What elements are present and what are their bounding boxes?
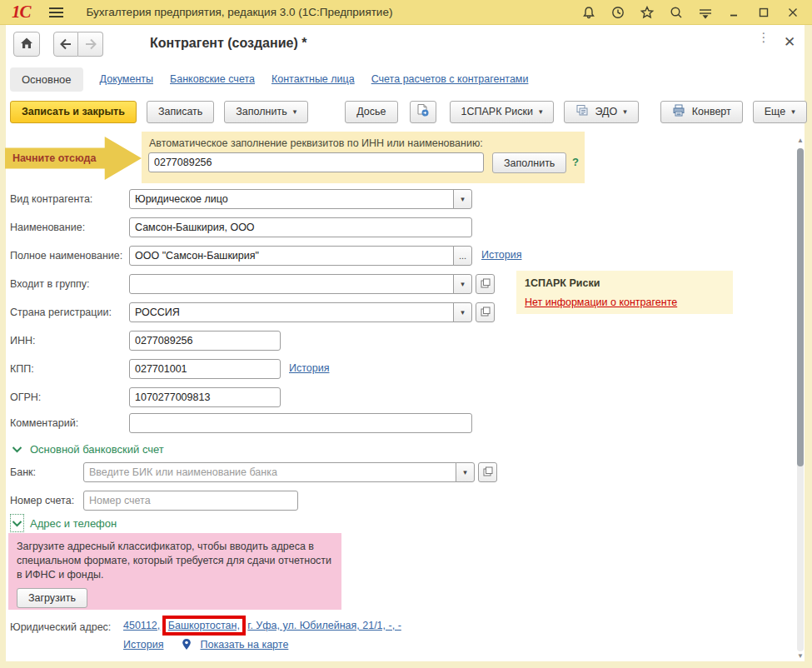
search-icon[interactable] xyxy=(667,3,685,22)
tab-kontaktnye-litsa[interactable]: Контактные лица xyxy=(271,73,355,85)
document-arrow-icon xyxy=(416,103,430,120)
country-combobox[interactable] xyxy=(129,302,454,322)
group-label: Входит в группу: xyxy=(10,278,89,290)
spark-panel-title: 1СПАРК Риски xyxy=(525,277,725,289)
scrollbar-down-arrow-icon[interactable]: ▼ xyxy=(797,653,804,660)
bank-open-button[interactable] xyxy=(478,462,497,482)
country-label: Страна регистрации: xyxy=(10,307,112,318)
full-name-input[interactable] xyxy=(129,246,454,266)
chevron-down-icon: ▾ xyxy=(623,107,627,116)
group-dropdown-arrow-icon[interactable]: ▾ xyxy=(453,274,472,294)
chevron-down-icon: ▾ xyxy=(539,107,543,116)
group-combobox[interactable] xyxy=(129,274,454,294)
kpp-label: КПП: xyxy=(10,363,34,375)
open-list-icon xyxy=(481,307,491,318)
inn-input[interactable] xyxy=(129,331,281,351)
bank-section-header[interactable]: Основной банковский счет xyxy=(12,441,164,456)
save-button[interactable]: Записать xyxy=(147,101,214,123)
bank-label: Банк: xyxy=(10,466,36,478)
chevron-down-icon xyxy=(12,441,22,456)
autofill-fill-button[interactable]: Заполнить xyxy=(492,152,566,173)
kpp-history-link[interactable]: История xyxy=(289,362,329,374)
edo-dropdown-button[interactable]: ЭДО▾ xyxy=(564,101,638,123)
window-border-left xyxy=(0,25,6,668)
legal-address-link[interactable]: 450112, Башкортостан, г. Уфа, ул. Юбилей… xyxy=(123,620,401,631)
show-on-map-link[interactable]: Показать на карте xyxy=(200,639,288,651)
chevron-down-icon: ▾ xyxy=(791,107,795,116)
create-based-on-button[interactable] xyxy=(410,101,436,123)
spark-no-info-link[interactable]: Нет информации о контрагенте xyxy=(525,297,677,308)
save-and-close-button[interactable]: Записать и закрыть xyxy=(10,101,137,123)
comment-input[interactable] xyxy=(129,413,472,433)
spark-risks-panel: 1СПАРК Риски Нет информации о контрагент… xyxy=(516,271,733,314)
edo-documents-icon xyxy=(575,104,589,119)
name-input[interactable] xyxy=(129,217,472,237)
address-highlight-annotation: Башкортостан, xyxy=(162,616,246,636)
kind-dropdown-arrow-icon[interactable]: ▾ xyxy=(453,189,472,209)
full-name-ellipsis-button[interactable]: ... xyxy=(453,246,472,266)
address-section-title: Адрес и телефон xyxy=(30,517,117,530)
scrollbar-thumb[interactable] xyxy=(797,148,804,466)
bank-dropdown-arrow-icon[interactable]: ▾ xyxy=(456,462,475,482)
open-list-icon xyxy=(481,278,491,290)
app-titlebar: 1С Бухгалтерия предприятия, редакция 3.0… xyxy=(0,0,812,25)
close-window-button[interactable] xyxy=(784,3,802,22)
scrollbar-up-arrow-icon[interactable]: ▲ xyxy=(797,137,804,144)
comment-label: Комментарий: xyxy=(10,417,78,429)
close-form-icon[interactable]: ✕ xyxy=(781,34,798,51)
start-here-arrow: Начните отсюда xyxy=(5,137,142,180)
favorites-star-icon[interactable] xyxy=(638,3,656,22)
form-tabs: Основное Документы Банковские счета Конт… xyxy=(10,66,528,92)
autofill-help-link[interactable]: ? xyxy=(572,156,579,168)
kind-label: Вид контрагента: xyxy=(10,193,92,205)
more-button[interactable]: Еще▾ xyxy=(753,101,807,123)
address-history-link[interactable]: История xyxy=(123,639,163,651)
address-section-header[interactable]: Адрес и телефон xyxy=(12,516,117,531)
notifications-bell-icon[interactable] xyxy=(580,3,598,22)
address-classifier-notice: Загрузите адресный классификатор, чтобы … xyxy=(8,533,341,610)
start-here-label: Начните отсюда xyxy=(5,152,96,164)
back-button[interactable] xyxy=(53,32,78,57)
minimize-button[interactable] xyxy=(725,3,744,22)
bank-combobox[interactable] xyxy=(83,462,456,482)
envelope-print-button[interactable]: Конверт xyxy=(660,101,743,123)
chevron-down-icon: ▾ xyxy=(293,107,297,116)
bank-section-title: Основной банковский счет xyxy=(30,443,164,456)
home-icon xyxy=(20,37,33,52)
address-part1[interactable]: 450112, xyxy=(123,620,160,631)
more-actions-kebab-icon[interactable]: ⋮ xyxy=(756,35,771,52)
history-icon[interactable] xyxy=(609,3,627,22)
tab-dokumenty[interactable]: Документы xyxy=(100,73,153,85)
full-name-label: Полное наименование: xyxy=(10,250,122,262)
account-number-input[interactable] xyxy=(83,491,298,511)
fill-dropdown-button[interactable]: Заполнить▾ xyxy=(224,101,308,123)
ogrn-label: ОГРН: xyxy=(10,391,41,403)
1c-logo: 1С xyxy=(12,2,31,22)
app-title: Бухгалтерия предприятия, редакция 3.0 (1… xyxy=(87,6,393,18)
inn-label: ИНН: xyxy=(10,335,36,346)
inn-autofill-input[interactable] xyxy=(148,152,484,172)
kind-combobox[interactable] xyxy=(129,189,454,209)
page-title: Контрагент (создание) * xyxy=(150,36,306,51)
home-button[interactable] xyxy=(13,32,40,57)
toolbar: Записать и закрыть Записать Заполнить▾ Д… xyxy=(10,100,812,123)
tab-scheta-raschetov[interactable]: Счета расчетов с контрагентами xyxy=(371,73,529,85)
kpp-input[interactable] xyxy=(129,359,281,379)
tab-osnovnoe[interactable]: Основное xyxy=(10,67,83,92)
maximize-button[interactable] xyxy=(755,3,773,22)
ogrn-input[interactable] xyxy=(129,387,281,407)
country-dropdown-arrow-icon[interactable]: ▾ xyxy=(453,302,472,322)
main-menu-icon[interactable] xyxy=(49,7,63,17)
group-open-button[interactable] xyxy=(476,274,495,294)
service-menu-icon[interactable] xyxy=(696,3,715,22)
spark-risks-dropdown-button[interactable]: 1СПАРК Риски▾ xyxy=(450,101,555,123)
dossier-button[interactable]: Досье xyxy=(345,101,397,123)
country-open-button[interactable] xyxy=(476,302,495,322)
address-classifier-notice-text: Загрузите адресный классификатор, чтобы … xyxy=(17,540,333,582)
full-name-history-link[interactable]: История xyxy=(481,249,521,261)
tab-bankovskie-scheta[interactable]: Банковские счета xyxy=(170,73,255,85)
address-part2[interactable]: г. Уфа, ул. Юбилейная, 21/1, -, - xyxy=(247,620,401,631)
address-highlight[interactable]: Башкортостан, xyxy=(168,620,240,631)
forward-button[interactable] xyxy=(78,32,103,57)
load-classifier-button[interactable]: Загрузить xyxy=(17,588,87,608)
